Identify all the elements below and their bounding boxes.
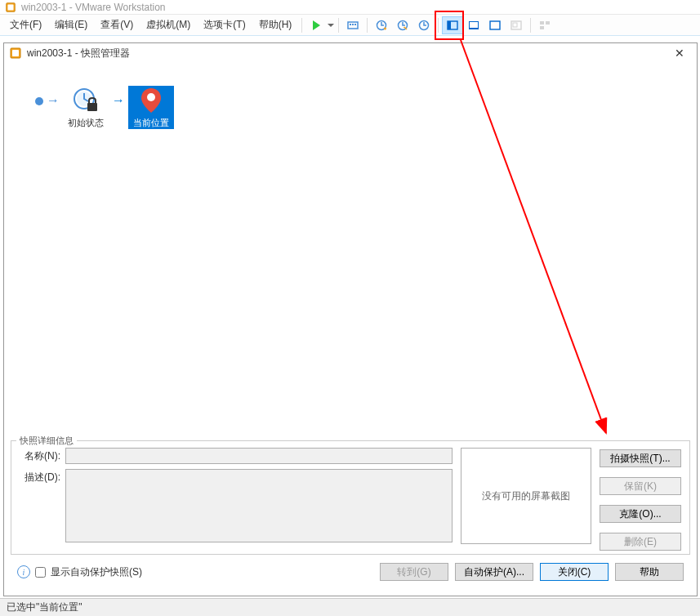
description-label: 描述(D): bbox=[20, 469, 65, 484]
svg-rect-21 bbox=[12, 50, 19, 56]
app-titlebar: win2003-1 - VMware Workstation bbox=[0, 0, 700, 15]
svg-rect-15 bbox=[513, 23, 517, 27]
main-menubar: 文件(F) 编辑(E) 查看(V) 虚拟机(M) 选项卡(T) 帮助(H) bbox=[0, 15, 700, 36]
snapshot-origin-icon bbox=[35, 97, 43, 105]
dialog-close-button[interactable]: ✕ bbox=[667, 45, 692, 61]
snapshot-clock-lock-icon bbox=[69, 86, 102, 115]
menu-tabs[interactable]: 选项卡(T) bbox=[197, 16, 252, 34]
svg-rect-4 bbox=[352, 24, 354, 25]
snapshot-label: 当前位置 bbox=[133, 117, 169, 129]
app-title-text: win2003-1 - VMware Workstation bbox=[21, 2, 166, 13]
svg-rect-17 bbox=[546, 21, 550, 25]
snapshot-manager-dialog: win2003-1 - 快照管理器 ✕ → 初始状态 → 当前位置 bbox=[3, 42, 698, 596]
dialog-titlebar: win2003-1 - 快照管理器 ✕ bbox=[4, 43, 697, 63]
dialog-body: → 初始状态 → 当前位置 快照详细信息 bbox=[4, 63, 697, 596]
separator bbox=[301, 18, 302, 33]
take-snapshot-button[interactable] bbox=[371, 16, 392, 34]
show-autoprotect-label[interactable]: 显示自动保护快照(S) bbox=[51, 565, 142, 579]
location-pin-icon bbox=[135, 86, 167, 115]
snapshot-node-current[interactable]: 当前位置 bbox=[128, 86, 174, 129]
vmware-logo-icon bbox=[5, 2, 16, 13]
delete-button[interactable]: 删除(E) bbox=[600, 533, 681, 551]
svg-rect-10 bbox=[448, 21, 451, 29]
separator bbox=[530, 18, 531, 33]
snapshot-label: 初始状态 bbox=[68, 117, 104, 129]
send-ctrl-alt-del-button[interactable] bbox=[342, 16, 363, 34]
dialog-title-text: win2003-1 - 快照管理器 bbox=[27, 47, 667, 60]
preview-placeholder-text: 没有可用的屏幕截图 bbox=[482, 489, 570, 503]
menu-view[interactable]: 查看(V) bbox=[94, 16, 140, 34]
view-console-button[interactable] bbox=[463, 16, 484, 34]
details-legend: 快照详细信息 bbox=[16, 435, 77, 447]
revert-snapshot-button[interactable] bbox=[392, 16, 413, 34]
snapshot-details-group: 快照详细信息 名称(N): 描述(D): 没有可用的屏幕截图 拍摄快 bbox=[11, 440, 690, 555]
svg-rect-18 bbox=[540, 26, 544, 29]
svg-rect-3 bbox=[350, 24, 351, 25]
svg-point-25 bbox=[147, 93, 155, 101]
svg-rect-5 bbox=[354, 24, 356, 25]
show-autoprotect-checkbox[interactable] bbox=[35, 567, 46, 578]
menu-file[interactable]: 文件(F) bbox=[3, 16, 48, 34]
svg-rect-13 bbox=[490, 21, 500, 29]
power-on-button[interactable] bbox=[305, 16, 327, 34]
menu-help[interactable]: 帮助(H) bbox=[252, 16, 299, 34]
autoprotect-button[interactable]: 自动保护(A)... bbox=[455, 563, 533, 581]
svg-rect-12 bbox=[470, 22, 478, 28]
view-fullscreen-button[interactable] bbox=[484, 16, 506, 34]
statusbar: 已选中"当前位置" bbox=[0, 598, 700, 616]
snapshot-node-initial[interactable]: 初始状态 bbox=[63, 86, 109, 129]
svg-rect-1 bbox=[8, 4, 14, 10]
take-snapshot-button[interactable]: 拍摄快照(T)... bbox=[600, 449, 681, 467]
view-unity-button[interactable] bbox=[506, 16, 527, 34]
close-button[interactable]: 关闭(C) bbox=[540, 563, 609, 581]
svg-rect-24 bbox=[87, 103, 97, 111]
view-thumbnail-button[interactable] bbox=[534, 16, 555, 34]
goto-button[interactable]: 转到(G) bbox=[380, 563, 448, 581]
menu-vm[interactable]: 虚拟机(M) bbox=[140, 16, 197, 34]
vmware-logo-icon bbox=[9, 47, 22, 60]
separator bbox=[367, 18, 368, 33]
statusbar-text: 已选中"当前位置" bbox=[7, 600, 82, 614]
keep-button[interactable]: 保留(K) bbox=[600, 477, 681, 495]
clone-button[interactable]: 克隆(O)... bbox=[600, 505, 681, 523]
screenshot-preview: 没有可用的屏幕截图 bbox=[461, 448, 591, 544]
power-dropdown-icon[interactable] bbox=[327, 16, 335, 34]
view-sidebar-button[interactable] bbox=[442, 16, 463, 34]
name-input[interactable] bbox=[65, 448, 453, 464]
name-label: 名称(N): bbox=[20, 448, 65, 463]
menu-edit[interactable]: 编辑(E) bbox=[48, 16, 94, 34]
separator bbox=[438, 18, 439, 33]
separator bbox=[338, 18, 339, 33]
info-icon[interactable]: i bbox=[17, 565, 30, 578]
help-button[interactable]: 帮助 bbox=[615, 563, 684, 581]
arrow-icon: → bbox=[47, 93, 60, 108]
svg-rect-16 bbox=[540, 21, 544, 25]
description-textarea[interactable] bbox=[65, 469, 453, 542]
dialog-footer: i 显示自动保护快照(S) 转到(G) 自动保护(A)... 关闭(C) 帮助 bbox=[11, 555, 690, 589]
snapshot-manager-button[interactable] bbox=[413, 16, 435, 34]
snapshot-tree-canvas[interactable]: → 初始状态 → 当前位置 bbox=[11, 69, 690, 437]
arrow-icon: → bbox=[112, 93, 125, 108]
